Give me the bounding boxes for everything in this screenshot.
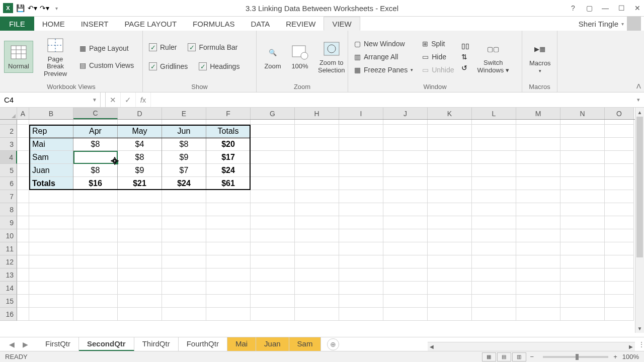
cell-C11[interactable]: [73, 242, 118, 255]
col-header-N[interactable]: N: [560, 108, 605, 119]
cell-A2[interactable]: [17, 125, 29, 138]
sheet-nav-next-icon[interactable]: ▶: [23, 340, 28, 348]
row-header-9[interactable]: 9: [0, 216, 17, 229]
cell-H3[interactable]: [295, 138, 339, 151]
save-icon[interactable]: 💾: [15, 3, 25, 13]
cell-O9[interactable]: [605, 216, 634, 229]
cell-L8[interactable]: [472, 203, 516, 216]
cell-F8[interactable]: [206, 203, 251, 216]
cell-O8[interactable]: [605, 203, 634, 216]
row-header-10[interactable]: 10: [0, 229, 17, 242]
status-normal-view-icon[interactable]: ▦: [482, 352, 496, 361]
cell-B15[interactable]: [29, 295, 73, 308]
col-header-C[interactable]: C: [73, 108, 118, 119]
cell-G2[interactable]: [251, 125, 295, 138]
namebox-dropdown-icon[interactable]: ▼: [92, 97, 97, 103]
row-header-13[interactable]: 13: [0, 268, 17, 282]
cell-M10[interactable]: [516, 229, 560, 242]
cell-K6[interactable]: [428, 177, 472, 190]
cell-J5[interactable]: [383, 164, 428, 177]
split-button[interactable]: ⊞Split: [420, 39, 456, 49]
cell-E13[interactable]: [162, 268, 206, 282]
gridlines-checkbox[interactable]: ✓Gridlines: [147, 61, 190, 71]
cell-C13[interactable]: [73, 268, 118, 282]
cell-H5[interactable]: [295, 164, 339, 177]
cell-G11[interactable]: [251, 242, 295, 255]
cell-G15[interactable]: [251, 295, 295, 308]
cell-E6[interactable]: $24: [162, 177, 206, 190]
cell-M11[interactable]: [516, 242, 560, 255]
cell-I7[interactable]: [339, 190, 383, 203]
cell-E15[interactable]: [162, 295, 206, 308]
cell-C[interactable]: [73, 120, 118, 125]
cell-O6[interactable]: [605, 177, 634, 190]
cell-F2[interactable]: Totals: [206, 125, 251, 138]
cell-H11[interactable]: [295, 242, 339, 255]
page-layout-button[interactable]: ▦Page Layout: [77, 43, 136, 53]
cell-C10[interactable]: [73, 229, 118, 242]
headings-checkbox[interactable]: ✓Headings: [197, 61, 242, 71]
cell-I15[interactable]: [339, 295, 383, 308]
cell-J6[interactable]: [383, 177, 428, 190]
sheet-tab-thirdqtr[interactable]: ThirdQtr: [134, 337, 179, 351]
cell-M14[interactable]: [516, 282, 560, 295]
cell-F7[interactable]: [206, 190, 251, 203]
row-header-7[interactable]: 7: [0, 190, 17, 203]
cell-J7[interactable]: [383, 190, 428, 203]
cell-K12[interactable]: [428, 255, 472, 268]
cell-M3[interactable]: [516, 138, 560, 151]
cell-A11[interactable]: [17, 242, 29, 255]
cell-F3[interactable]: $20: [206, 138, 251, 151]
cell-O15[interactable]: [605, 295, 634, 308]
cell-D15[interactable]: [118, 295, 162, 308]
cell-O12[interactable]: [605, 255, 634, 268]
cell-C3[interactable]: $8: [73, 138, 118, 151]
cell-I14[interactable]: [339, 282, 383, 295]
cell-G13[interactable]: [251, 268, 295, 282]
cell-J13[interactable]: [383, 268, 428, 282]
cell-J15[interactable]: [383, 295, 428, 308]
sync-scroll-icon[interactable]: ⇅: [461, 53, 469, 61]
cell-M9[interactable]: [516, 216, 560, 229]
cell-B5[interactable]: Juan: [29, 164, 73, 177]
cell-A9[interactable]: [17, 216, 29, 229]
cell-F[interactable]: [206, 120, 251, 125]
cell-C6[interactable]: $16: [73, 177, 118, 190]
cell-K7[interactable]: [428, 190, 472, 203]
sheet-tab-mai[interactable]: Mai: [227, 337, 256, 351]
cell-O5[interactable]: [605, 164, 634, 177]
macros-button[interactable]: ▶▦Macros▾: [526, 38, 554, 75]
sheet-tab-fourthqtr[interactable]: FourthQtr: [179, 337, 227, 351]
cell-F6[interactable]: $61: [206, 177, 251, 190]
cell-I16[interactable]: [339, 308, 383, 321]
cell-N7[interactable]: [560, 190, 605, 203]
col-header-O[interactable]: O: [605, 108, 634, 119]
cell-H10[interactable]: [295, 229, 339, 242]
cell-L13[interactable]: [472, 268, 516, 282]
cell-L9[interactable]: [472, 216, 516, 229]
cell-I4[interactable]: [339, 151, 383, 164]
cell-F4[interactable]: $17: [206, 151, 251, 164]
cell-A16[interactable]: [17, 308, 29, 321]
cell-N4[interactable]: [560, 151, 605, 164]
cell-H7[interactable]: [295, 190, 339, 203]
name-box[interactable]: C4▼: [0, 93, 101, 107]
formula-input[interactable]: [151, 93, 633, 107]
view-side-icon[interactable]: ▯▯: [461, 42, 469, 50]
cell-J16[interactable]: [383, 308, 428, 321]
hscroll-left-icon[interactable]: ◀: [428, 344, 436, 349]
cell-E14[interactable]: [162, 282, 206, 295]
cell-D5[interactable]: $9: [118, 164, 162, 177]
cell-M6[interactable]: [516, 177, 560, 190]
custom-views-button[interactable]: ▤Custom Views: [77, 60, 136, 70]
cell-I6[interactable]: [339, 177, 383, 190]
cell-I[interactable]: [339, 120, 383, 125]
cell-B12[interactable]: [29, 255, 73, 268]
cell-K3[interactable]: [428, 138, 472, 151]
cell-A13[interactable]: [17, 268, 29, 282]
cell-C12[interactable]: [73, 255, 118, 268]
cell-H9[interactable]: [295, 216, 339, 229]
cell-G8[interactable]: [251, 203, 295, 216]
cell-G14[interactable]: [251, 282, 295, 295]
cell-K9[interactable]: [428, 216, 472, 229]
